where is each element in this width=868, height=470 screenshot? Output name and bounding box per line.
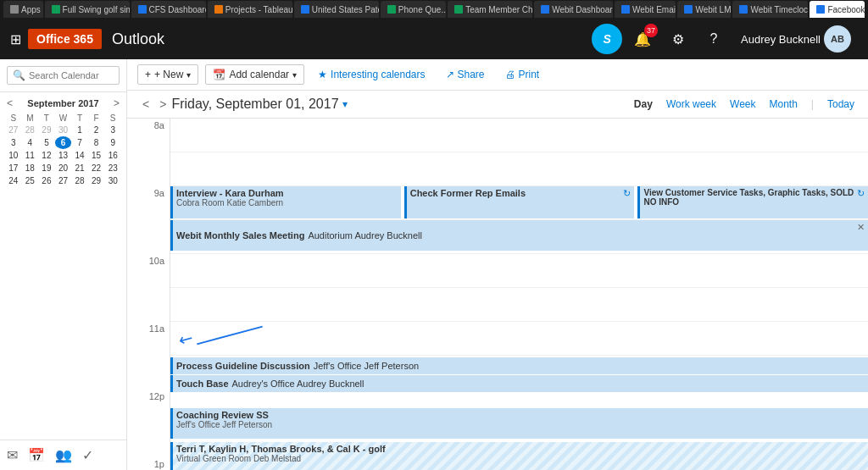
tab-favicon-wtimeclock [739,5,748,14]
view-today-button[interactable]: Today [824,97,858,112]
view-day-button[interactable]: Day [631,97,656,112]
plus-icon: + [145,69,151,80]
tasks-icon[interactable]: ✓ [82,447,93,463]
cal-day[interactable]: 24 [5,174,22,187]
mini-cal-prev-button[interactable]: < [5,97,14,109]
browser-tab-wlm[interactable]: Webit LM [677,1,731,18]
cal-day[interactable]: 3 [104,124,121,136]
grid-icon[interactable]: ⊞ [10,31,21,47]
cal-day[interactable]: 6 [55,136,72,149]
cal-day[interactable]: 28 [71,174,88,187]
cal-day[interactable]: 10 [5,149,22,162]
cal-day[interactable]: 16 [104,149,121,162]
event-golf[interactable]: Terri T, Kaylin H, Thomas Brooks, & Cal … [170,442,868,470]
event-check-emails[interactable]: Check Former Rep Emails ↻ [404,186,635,218]
event-coaching[interactable]: Coaching Review SS Jeff's Office Jeff Pe… [170,408,868,439]
browser-tab-team[interactable]: Team Member Chec... [448,1,532,18]
calendar-icon[interactable]: 📅 [28,447,45,463]
view-separator: | [808,97,817,112]
titlebar-actions: S 🔔 37 ⚙ ? Audrey Bucknell AB [592,22,858,56]
browser-tab-wemail[interactable]: Webit Email [615,1,676,18]
cal-day[interactable]: 12 [38,149,55,162]
event-touchbase[interactable]: Touch Base Audrey's Office Audrey Buckne… [170,375,868,392]
mini-cal-next-button[interactable]: > [112,97,121,109]
cal-day[interactable]: 5 [38,136,55,149]
browser-tab-cfs[interactable]: CFS Dashboard [131,1,206,18]
cal-day[interactable]: 29 [38,124,55,136]
browser-tab-projects[interactable]: Projects - Tableau S... [208,1,292,18]
cal-day[interactable]: 7 [71,136,88,149]
cal-day[interactable]: 18 [22,162,39,174]
notification-button[interactable]: 🔔 37 [627,24,658,54]
cal-day[interactable]: 25 [22,174,39,187]
view-workweek-button[interactable]: Work week [663,97,720,112]
search-input[interactable] [29,70,114,80]
cal-day[interactable]: 3 [5,136,22,149]
mail-icon[interactable]: ✉ [7,447,18,463]
view-month-button[interactable]: Month [765,97,800,112]
event-view-cs[interactable]: View Customer Service Tasks, Graphic Tas… [637,186,868,218]
cal-day[interactable]: 9 [104,136,121,149]
browser-tab-facebook[interactable]: Facebook [810,1,865,18]
people-icon[interactable]: 👥 [55,447,72,463]
tab-favicon-facebook [816,5,825,14]
event-process[interactable]: Process Guideline Discussion Jeff's Offi… [170,357,868,374]
cal-dow-m: M [22,113,39,124]
cal-day[interactable]: 20 [55,162,72,174]
cal-day[interactable]: 21 [71,162,88,174]
office-brand[interactable]: Office 365 [28,29,102,49]
cal-day[interactable]: 26 [38,174,55,187]
cal-day[interactable]: 8 [88,136,105,149]
interesting-calendars-button[interactable]: ★ Interesting calendars [311,65,431,84]
tab-label-wdash: Webit Dashboard [552,5,613,14]
tab-favicon-phone [387,5,396,14]
prev-day-button[interactable]: < [137,96,154,113]
next-day-button[interactable]: > [154,96,171,113]
cal-day[interactable]: 22 [88,162,105,174]
event-check-emails-title: Check Former Rep Emails [410,188,632,198]
skype-button[interactable]: S [592,24,622,54]
timeslot-empty1 [127,154,170,188]
event-webit-sales[interactable]: Webit Monthly Sales Meeting Auditorium A… [170,220,868,251]
cal-day[interactable]: 17 [5,162,22,174]
user-menu-button[interactable]: Audrey Bucknell AB [734,22,858,56]
cal-day[interactable]: 13 [55,149,72,162]
tab-label-projects: Projects - Tableau S... [225,5,292,14]
cal-day[interactable]: 29 [88,174,105,187]
settings-button[interactable]: ⚙ [663,24,693,54]
event-golf-title: Terri T, Kaylin H, Thomas Brooks, & Cal … [176,444,865,454]
browser-tab-golf[interactable]: Full Swing golf simu... [45,1,130,18]
cal-day[interactable]: 2 [88,124,105,136]
search-box[interactable]: 🔍 [7,66,120,85]
date-chevron-icon[interactable]: ▾ [342,98,348,110]
cal-day[interactable]: 4 [22,136,39,149]
share-button[interactable]: ↗ Share [439,65,492,84]
browser-tab-apps[interactable]: Apps [3,1,43,18]
browser-tab-patent[interactable]: United States Patent... [294,1,379,18]
browser-tab-wtimeclock[interactable]: Webit Timeclock [732,1,808,18]
help-button[interactable]: ? [698,24,729,54]
skype-label: S [603,32,610,46]
cal-day[interactable]: 27 [55,174,72,187]
add-calendar-button[interactable]: 📆 Add calendar ▾ [205,64,304,85]
cal-day[interactable]: 15 [88,149,105,162]
app-titlebar: ⊞ Office 365 Outlook S 🔔 37 ⚙ ? Audrey B… [0,19,868,59]
cal-day[interactable]: 30 [55,124,72,136]
event-interview[interactable]: Interview - Kara Durham Cobra Room Katie… [170,186,401,218]
cal-day[interactable]: 23 [104,162,121,174]
cal-dow-f: F [88,113,105,124]
browser-tab-wdash[interactable]: Webit Dashboard [534,1,613,18]
view-week-button[interactable]: Week [726,97,759,112]
new-button[interactable]: + + New ▾ [137,64,198,85]
cal-day[interactable]: 11 [22,149,39,162]
cal-day[interactable]: 28 [22,124,39,136]
calendar-header: < > Friday, September 01, 2017 ▾ Day Wor… [127,91,868,119]
cal-day[interactable]: 27 [5,124,22,136]
cal-day[interactable]: 1 [71,124,88,136]
browser-tab-phone[interactable]: Phone Que... [381,1,446,18]
print-button[interactable]: 🖨 Print [498,65,547,84]
cal-day[interactable]: 19 [38,162,55,174]
cal-day[interactable]: 30 [104,174,121,187]
cal-day[interactable]: 14 [71,149,88,162]
hour-row-9 [170,152,868,186]
